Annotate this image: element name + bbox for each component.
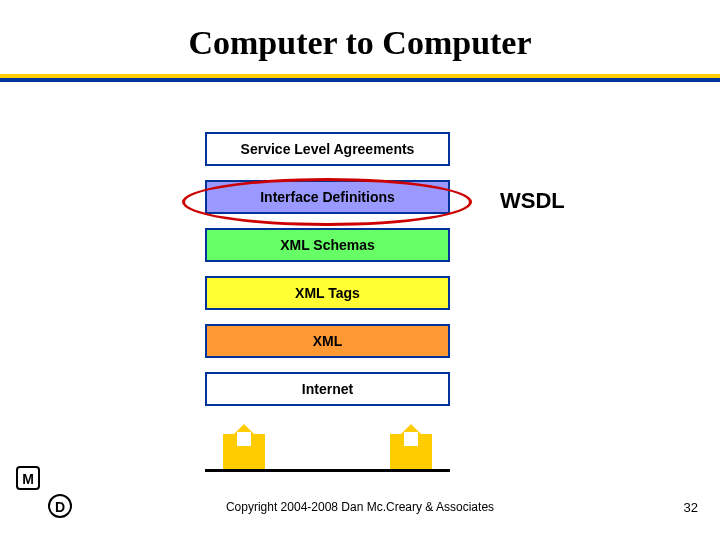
copyright-text: Copyright 2004-2008 Dan Mc.Creary & Asso… [0, 500, 720, 514]
layer-schemas: XML Schemas [205, 228, 450, 262]
title-underline [0, 74, 720, 82]
layer-internet: Internet [205, 372, 450, 406]
layer-xml: XML [205, 324, 450, 358]
badge-m: M [16, 466, 40, 490]
ground-line [205, 469, 450, 472]
computers-illustration [205, 434, 450, 472]
computer-icon [390, 434, 432, 472]
layer-tags: XML Tags [205, 276, 450, 310]
layer-stack: Service Level Agreements Interface Defin… [205, 132, 450, 420]
slide-title: Computer to Computer [0, 0, 720, 74]
computer-icon [223, 434, 265, 472]
layer-sla: Service Level Agreements [205, 132, 450, 166]
highlight-ellipse [182, 178, 472, 226]
callout-wsdl: WSDL [500, 188, 565, 214]
page-number: 32 [684, 500, 698, 515]
